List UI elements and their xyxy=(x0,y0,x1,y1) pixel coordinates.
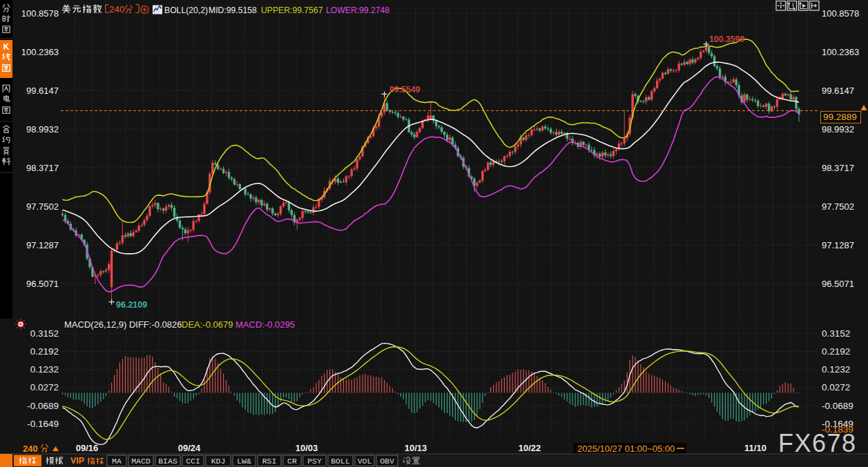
svg-text:100.3599: 100.3599 xyxy=(709,34,744,44)
svg-text:99.5549: 99.5549 xyxy=(389,85,421,95)
svg-text:100.2363: 100.2363 xyxy=(822,47,859,57)
svg-text:10/13: 10/13 xyxy=(405,443,427,453)
svg-text:VIP: VIP xyxy=(70,456,84,466)
svg-text:MACD:-0.0295: MACD:-0.0295 xyxy=(235,319,295,330)
svg-text:97.7502: 97.7502 xyxy=(26,201,59,212)
svg-text:0.2192: 0.2192 xyxy=(822,346,850,357)
svg-text:11/10: 11/10 xyxy=(744,443,766,453)
svg-text:-0.1649: -0.1649 xyxy=(27,419,59,429)
svg-text:98.9932: 98.9932 xyxy=(26,124,59,135)
svg-text:10/22: 10/22 xyxy=(519,443,541,453)
svg-text:MA: MA xyxy=(112,457,122,466)
svg-text:98.3717: 98.3717 xyxy=(26,163,59,173)
svg-text:97.1287: 97.1287 xyxy=(822,240,854,250)
svg-text:BOLL(20,2): BOLL(20,2) xyxy=(164,6,208,15)
svg-text:CR: CR xyxy=(287,457,297,466)
svg-text:CCI: CCI xyxy=(186,457,200,466)
svg-text:MACD(26,12,9) DIFF:-0.0826: MACD(26,12,9) DIFF:-0.0826 xyxy=(64,319,182,330)
svg-text:100.8578: 100.8578 xyxy=(822,8,859,19)
svg-text:10/03: 10/03 xyxy=(296,443,318,453)
svg-text:100.8578: 100.8578 xyxy=(21,8,59,19)
svg-text:MACD: MACD xyxy=(131,457,151,466)
svg-text:99.2889: 99.2889 xyxy=(823,112,857,122)
svg-text:LOWER:99.2748: LOWER:99.2748 xyxy=(326,6,389,15)
svg-text:VOL: VOL xyxy=(358,457,372,466)
svg-text:RSI: RSI xyxy=(262,457,277,466)
svg-text:PSY: PSY xyxy=(307,457,322,466)
svg-text:96.2109: 96.2109 xyxy=(116,300,147,310)
svg-text:240: 240 xyxy=(109,4,125,14)
svg-text:0.1232: 0.1232 xyxy=(822,364,850,375)
svg-text:09/24: 09/24 xyxy=(178,443,201,453)
svg-text:FX678: FX678 xyxy=(778,429,857,457)
svg-text:OBV: OBV xyxy=(380,457,394,466)
svg-text:100.2363: 100.2363 xyxy=(21,47,59,57)
svg-text:LW&: LW& xyxy=(237,457,251,466)
svg-text:-0.0689: -0.0689 xyxy=(822,401,853,411)
svg-text:0.3152: 0.3152 xyxy=(30,328,59,339)
svg-text:KDJ: KDJ xyxy=(211,457,226,466)
svg-text:97.1287: 97.1287 xyxy=(26,240,59,250)
svg-text:98.9932: 98.9932 xyxy=(822,124,854,135)
svg-text:BIAS: BIAS xyxy=(158,457,177,466)
svg-text:09/16: 09/16 xyxy=(76,443,99,453)
svg-text:UPPER:99.7567: UPPER:99.7567 xyxy=(261,6,323,15)
svg-text:96.5071: 96.5071 xyxy=(26,279,59,289)
svg-text:K: K xyxy=(3,42,10,52)
svg-text:0.2192: 0.2192 xyxy=(30,346,59,357)
svg-text:0.0272: 0.0272 xyxy=(30,382,59,393)
svg-text:MID:99.5158: MID:99.5158 xyxy=(209,6,257,15)
svg-text:99.6147: 99.6147 xyxy=(822,86,854,96)
svg-text:240: 240 xyxy=(23,444,38,454)
svg-text:0.0272: 0.0272 xyxy=(822,382,850,393)
svg-text:99.6147: 99.6147 xyxy=(26,86,59,96)
svg-text:DEA:-0.0679: DEA:-0.0679 xyxy=(182,319,233,330)
svg-text:BOLL: BOLL xyxy=(331,457,350,466)
svg-text:97.7502: 97.7502 xyxy=(822,201,854,212)
svg-text:0.3152: 0.3152 xyxy=(822,328,850,339)
svg-text:98.3717: 98.3717 xyxy=(822,163,854,173)
svg-text:-0.0689: -0.0689 xyxy=(27,401,59,411)
svg-text:0.1232: 0.1232 xyxy=(30,364,59,375)
svg-text:2025/10/27 01:00~05:00: 2025/10/27 01:00~05:00 xyxy=(577,444,675,454)
svg-text:96.5071: 96.5071 xyxy=(822,279,854,289)
